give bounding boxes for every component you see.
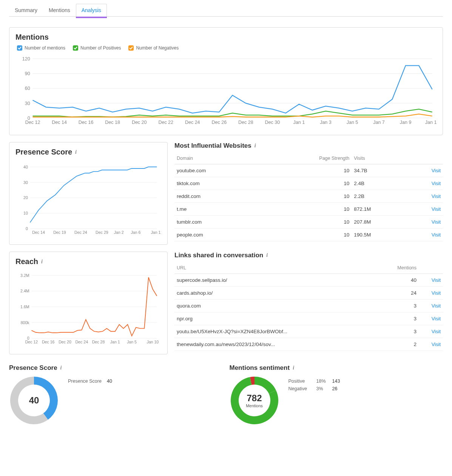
cell-domain: people.com xyxy=(174,229,262,241)
table-row: tiktok.com 10 2.4B Visit xyxy=(174,177,443,190)
tab-mentions[interactable]: Mentions xyxy=(43,4,76,16)
links-table: URL Mentions supercode.sellpass.io/ 40 V… xyxy=(174,262,443,351)
legend-positives[interactable]: Number of Positives xyxy=(73,45,121,51)
cell-domain: reddit.com xyxy=(174,190,262,203)
visit-link[interactable]: Visit xyxy=(432,232,441,238)
legend-label: Number of Negatives xyxy=(136,45,179,51)
cell-visits: 190.5M xyxy=(352,229,407,241)
svg-text:30: 30 xyxy=(23,180,28,185)
presence-donut-legend-label: Presence Score xyxy=(68,379,102,384)
info-icon[interactable]: i xyxy=(41,259,43,265)
col-visits: Visits xyxy=(352,153,407,164)
tab-summary[interactable]: Summary xyxy=(9,4,43,16)
svg-text:30: 30 xyxy=(25,101,30,106)
legend-mentions[interactable]: Number of mentions xyxy=(17,45,65,51)
svg-text:Dec 19: Dec 19 xyxy=(53,230,66,235)
cell-mentions: 2 xyxy=(377,338,419,351)
visit-link[interactable]: Visit xyxy=(432,206,441,212)
svg-text:Dec 20: Dec 20 xyxy=(132,120,147,125)
cell-visits: 2.4B xyxy=(352,177,407,190)
svg-text:Dec 12: Dec 12 xyxy=(25,120,40,125)
cell-url: thenewdaily.com.au/news/2023/12/04/sov..… xyxy=(174,338,377,351)
sentiment-positive-count: 143 xyxy=(332,379,340,384)
svg-text:Jan 1: Jan 1 xyxy=(293,120,305,125)
cell-mentions: 3 xyxy=(377,312,419,325)
table-row: youtube.com 10 34.7B Visit xyxy=(174,164,443,177)
sentiment-donut: 782 Mentions xyxy=(230,376,279,425)
svg-text:Dec 16: Dec 16 xyxy=(79,120,94,125)
svg-text:Dec 14: Dec 14 xyxy=(52,120,67,125)
visit-link[interactable]: Visit xyxy=(432,193,441,199)
visit-link[interactable]: Visit xyxy=(432,168,441,173)
cell-visits: 2.2B xyxy=(352,190,407,203)
info-icon[interactable]: i xyxy=(293,365,294,371)
cell-strength: 10 xyxy=(262,229,352,241)
svg-text:Jan 9: Jan 9 xyxy=(400,120,412,125)
tab-analysis[interactable]: Analysis xyxy=(76,4,107,17)
info-icon[interactable]: i xyxy=(60,365,62,371)
sentiment-donut-sub: Mentions xyxy=(246,403,263,408)
reach-chart: 0800k1.6M2.4M3.2MDec 12Dec 16Dec 20Dec 2… xyxy=(15,270,161,346)
sentiment-positive-label: Positive xyxy=(288,379,311,384)
presence-donut-title: Presence Score i xyxy=(9,364,223,372)
presence-donut-title-text: Presence Score xyxy=(9,364,57,372)
visit-link[interactable]: Visit xyxy=(432,316,441,321)
svg-text:Dec 18: Dec 18 xyxy=(105,120,120,125)
svg-text:2.4M: 2.4M xyxy=(20,289,29,293)
svg-text:90: 90 xyxy=(25,71,30,76)
cell-domain: youtube.com xyxy=(174,164,262,177)
col-strength: Page Strength xyxy=(262,153,352,164)
legend-label: Number of Positives xyxy=(80,45,121,51)
svg-text:Dec 30: Dec 30 xyxy=(265,120,280,125)
legend-negatives[interactable]: Number of Negatives xyxy=(128,45,179,51)
reach-title-text: Reach xyxy=(15,257,38,266)
svg-text:10: 10 xyxy=(23,211,28,216)
svg-text:Dec 24: Dec 24 xyxy=(75,340,88,344)
info-icon[interactable]: i xyxy=(255,143,256,149)
svg-text:Dec 14: Dec 14 xyxy=(32,230,45,235)
visit-link[interactable]: Visit xyxy=(432,290,441,296)
info-icon[interactable]: i xyxy=(266,252,268,258)
table-row: supercode.sellpass.io/ 40 Visit xyxy=(174,274,443,287)
visit-link[interactable]: Visit xyxy=(432,303,441,309)
visit-link[interactable]: Visit xyxy=(432,181,441,186)
col-mentions: Mentions xyxy=(377,262,419,274)
mentions-legend: Number of mentions Number of Positives N… xyxy=(17,45,437,51)
cell-visits: 34.7B xyxy=(352,164,407,177)
presence-donut: 40 xyxy=(9,376,59,425)
check-icon xyxy=(128,45,134,51)
legend-label: Number of mentions xyxy=(25,45,65,51)
sentiment-negative-pct: 3% xyxy=(316,386,327,391)
cell-url: quora.com xyxy=(174,300,377,312)
visit-link[interactable]: Visit xyxy=(432,277,441,283)
influential-title-text: Most Influential Websites xyxy=(174,142,251,150)
svg-text:Jan 3: Jan 3 xyxy=(320,120,332,125)
visit-link[interactable]: Visit xyxy=(432,329,441,334)
cell-strength: 10 xyxy=(262,164,352,177)
svg-text:Dec 20: Dec 20 xyxy=(59,340,71,344)
info-icon[interactable]: i xyxy=(75,149,77,155)
sentiment-positive-pct: 18% xyxy=(316,379,327,384)
presence-donut-value: 40 xyxy=(29,395,39,406)
visit-link[interactable]: Visit xyxy=(432,219,441,225)
sentiment-negative-label: Negative xyxy=(288,386,311,391)
presence-title: Presence Score i xyxy=(15,148,161,156)
table-row: quora.com 3 Visit xyxy=(174,300,443,312)
mentions-chart: 0306090120Dec 12Dec 14Dec 16Dec 18Dec 20… xyxy=(15,54,437,127)
reach-panel: Reach i 0800k1.6M2.4M3.2MDec 12Dec 16Dec… xyxy=(9,252,168,354)
svg-text:20: 20 xyxy=(23,196,28,200)
svg-text:Dec 28: Dec 28 xyxy=(238,120,253,125)
cell-domain: tiktok.com xyxy=(174,177,262,190)
cell-url: cards.atshop.io/ xyxy=(174,287,377,300)
svg-text:Jan 7: Jan 7 xyxy=(373,120,385,125)
influential-title: Most Influential Websites i xyxy=(174,142,443,150)
visit-link[interactable]: Visit xyxy=(432,342,441,347)
svg-text:40: 40 xyxy=(23,165,28,169)
svg-text:60: 60 xyxy=(25,86,30,91)
links-title-text: Links shared in conversation xyxy=(174,252,263,259)
presence-panel: Presence Score i 010203040Dec 14Dec 19De… xyxy=(9,142,168,245)
col-url: URL xyxy=(174,262,377,274)
svg-text:Dec 26: Dec 26 xyxy=(211,120,227,125)
svg-text:Dec 28: Dec 28 xyxy=(92,340,105,344)
mentions-panel: Mentions Number of mentions Number of Po… xyxy=(9,27,443,135)
